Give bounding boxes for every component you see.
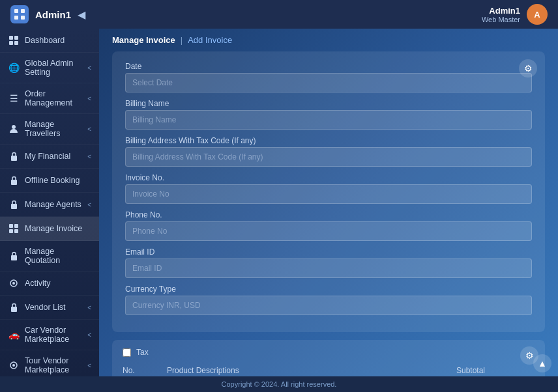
date-label: Date	[125, 62, 532, 71]
footer-text: Copyright © 2024. All right reserved.	[222, 380, 337, 388]
tour-vendor-icon	[8, 359, 20, 371]
svg-rect-5	[14, 36, 18, 40]
chevron-icon: <	[87, 331, 91, 339]
billing-name-label: Billing Name	[125, 99, 532, 108]
sidebar-item-quotation[interactable]: Manage Quotation	[0, 241, 99, 272]
user-name: Admin1	[482, 6, 520, 16]
content-area: Manage Invoice | Add Invoice ⚙ Date Bill…	[99, 29, 558, 376]
sidebar-label-global-admin: Global Admin Setting	[25, 59, 82, 77]
table-header: No. Product Descriptions Subtotal	[123, 363, 535, 376]
sidebar-label-car: Car Vendor Marketplace	[25, 326, 82, 344]
chevron-icon: <	[87, 304, 91, 311]
svg-rect-11	[11, 204, 17, 209]
scroll-up-button[interactable]: ▲	[533, 354, 551, 372]
currency-input[interactable]	[125, 296, 532, 315]
collapse-button[interactable]: ◀	[78, 8, 85, 21]
vendor-list-icon	[8, 301, 20, 313]
date-input[interactable]	[125, 73, 532, 92]
top-header: Admin1 ◀ Admin1 Web Master A	[0, 0, 558, 29]
sidebar-label-agents: Manage Agents	[25, 200, 81, 209]
svg-rect-19	[11, 307, 17, 312]
svg-point-18	[12, 282, 15, 285]
svg-rect-13	[14, 224, 18, 228]
svg-point-8	[12, 125, 16, 129]
sidebar-label-travellers: Manage Travellers	[25, 120, 82, 138]
chevron-icon: <	[87, 64, 91, 72]
form-card-top: ⚙ Date Billing Name Billing Address With…	[112, 51, 545, 332]
sidebar: Dashboard 🌐 Global Admin Setting < ☰ Ord…	[0, 29, 99, 376]
svg-rect-14	[9, 229, 13, 233]
sidebar-item-invoice[interactable]: Manage Invoice	[0, 217, 99, 241]
breadcrumb-add: Add Invoice	[188, 35, 232, 45]
order-icon: ☰	[8, 92, 20, 104]
breadcrumb-separator: |	[181, 35, 183, 45]
sidebar-label-offline: Offline Booking	[25, 176, 80, 185]
chevron-icon: <	[87, 201, 91, 208]
svg-rect-2	[14, 16, 18, 20]
sidebar-item-offline-booking[interactable]: Offline Booking	[0, 169, 99, 193]
settings-gear-top[interactable]: ⚙	[519, 59, 537, 77]
form-area: ⚙ Date Billing Name Billing Address With…	[99, 51, 558, 376]
invoice-no-input[interactable]	[125, 184, 532, 204]
billing-address-label: Billing Address With Tax Code (If any)	[125, 136, 532, 145]
billing-address-input[interactable]	[125, 147, 532, 167]
phone-label: Phone No.	[125, 210, 532, 219]
svg-rect-10	[11, 180, 17, 185]
sidebar-item-agents[interactable]: Manage Agents <	[0, 193, 99, 217]
user-text: Admin1 Web Master	[482, 6, 520, 23]
user-info: Admin1 Web Master A	[482, 4, 548, 25]
svg-rect-6	[9, 41, 13, 45]
sidebar-label-quotation: Manage Quotation	[25, 247, 91, 265]
phone-input[interactable]	[125, 221, 532, 241]
chevron-icon: <	[87, 362, 91, 369]
brand-name: Admin1	[35, 9, 71, 20]
tax-label: Tax	[136, 348, 149, 357]
tax-checkbox[interactable]	[123, 348, 131, 357]
sidebar-item-vendor-list[interactable]: Vendor List <	[0, 296, 99, 320]
form-group-billing-address: Billing Address With Tax Code (If any)	[125, 136, 532, 167]
sidebar-label-order: Order Management	[25, 89, 82, 107]
svg-rect-4	[9, 36, 13, 40]
sidebar-item-activity[interactable]: Activity	[0, 272, 99, 296]
email-input[interactable]	[125, 259, 532, 278]
svg-rect-9	[11, 156, 17, 161]
agents-icon	[8, 199, 20, 210]
main-layout: Dashboard 🌐 Global Admin Setting < ☰ Ord…	[0, 29, 558, 376]
quotation-icon	[8, 250, 20, 262]
sidebar-label-invoice: Manage Invoice	[25, 224, 82, 233]
sidebar-label-activity: Activity	[25, 279, 51, 288]
sidebar-item-tour-vendor[interactable]: Tour Vendor Marketplace <	[0, 350, 99, 376]
breadcrumb: Manage Invoice | Add Invoice	[99, 29, 558, 51]
footer: Copyright © 2024. All right reserved.	[0, 376, 558, 392]
col-product: Product Descriptions	[167, 366, 451, 375]
tax-section: ⚙ Tax No. Product Descriptions Subtotal	[112, 340, 545, 376]
form-group-date: Date	[125, 62, 532, 92]
sidebar-item-travellers[interactable]: Manage Travellers <	[0, 114, 99, 145]
sidebar-item-global-admin[interactable]: 🌐 Global Admin Setting <	[0, 53, 99, 83]
sidebar-label-tour: Tour Vendor Marketplace	[25, 356, 82, 374]
sidebar-label-financial: My Financial	[25, 152, 70, 161]
sidebar-item-order-mgmt[interactable]: ☰ Order Management <	[0, 83, 99, 114]
billing-name-input[interactable]	[125, 110, 532, 130]
form-group-phone: Phone No.	[125, 210, 532, 241]
invoice-icon	[8, 223, 20, 234]
email-label: Email ID	[125, 247, 532, 257]
tax-header: Tax	[123, 348, 535, 357]
svg-rect-15	[14, 229, 18, 233]
sidebar-item-financial[interactable]: My Financial <	[0, 145, 99, 169]
sidebar-item-dashboard[interactable]: Dashboard	[0, 29, 99, 53]
form-group-email: Email ID	[125, 247, 532, 278]
form-group-billing-name: Billing Name	[125, 99, 532, 130]
sidebar-item-car-vendor[interactable]: 🚗 Car Vendor Marketplace <	[0, 320, 99, 350]
breadcrumb-current: Manage Invoice	[112, 35, 175, 45]
currency-label: Currency Type	[125, 285, 532, 294]
col-subtotal: Subtotal	[456, 366, 535, 375]
brand-icon	[10, 5, 29, 23]
chevron-icon: <	[87, 95, 91, 102]
col-no: No.	[123, 366, 162, 375]
sidebar-label-dashboard: Dashboard	[25, 36, 65, 45]
svg-rect-16	[11, 255, 17, 260]
svg-rect-3	[21, 16, 25, 20]
svg-rect-0	[14, 9, 18, 13]
chevron-icon: <	[87, 153, 91, 160]
